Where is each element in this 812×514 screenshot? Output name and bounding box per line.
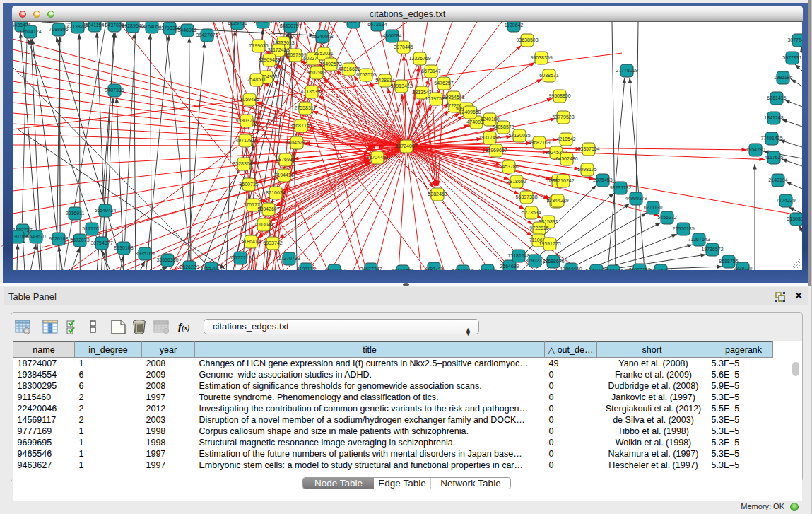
svg-text:93638503: 93638503 [516,37,538,42]
svg-text:6933742: 6933742 [263,240,282,245]
svg-text:99508850: 99508850 [548,93,570,98]
svg-text:19289546: 19289546 [122,23,143,28]
svg-text:4191175: 4191175 [297,267,316,270]
svg-text:31172421: 31172421 [268,47,290,52]
svg-text:5041154: 5041154 [86,23,105,28]
svg-text:53779528: 53779528 [552,115,574,119]
svg-text:6543670: 6543670 [26,234,45,239]
svg-text:18724007: 18724007 [395,144,417,148]
svg-text:72409658: 72409658 [459,110,481,115]
svg-text:26240908: 26240908 [311,34,333,39]
svg-text:2264748: 2264748 [424,266,443,270]
svg-text:5446912: 5446912 [177,28,196,33]
svg-text:6573147: 6573147 [421,69,440,74]
svg-text:6752576: 6752576 [356,72,375,77]
svg-text:5453786: 5453786 [499,164,518,169]
svg-text:9487336: 9487336 [105,88,124,93]
svg-text:3253031: 3253031 [314,51,333,56]
svg-text:99038359: 99038359 [530,55,552,60]
svg-text:35556386: 35556386 [156,257,178,262]
svg-text:5273534: 5273534 [522,210,541,215]
svg-text:1841248: 1841248 [764,115,783,120]
svg-text:97225156: 97225156 [252,22,273,24]
svg-text:7199635: 7199635 [249,43,268,48]
svg-text:49682169: 49682169 [528,140,550,145]
svg-text:34627347: 34627347 [360,267,382,270]
svg-text:81969657: 81969657 [485,148,507,153]
svg-text:3970445: 3970445 [394,45,413,49]
svg-text:1981186: 1981186 [774,75,793,80]
svg-text:3500715: 3500715 [239,182,258,187]
svg-text:8935169: 8935169 [135,251,154,256]
svg-text:2016911: 2016911 [66,211,85,216]
svg-text:17270733: 17270733 [278,256,300,261]
svg-text:5171761: 5171761 [82,226,101,231]
svg-text:5672073: 5672073 [70,238,89,243]
svg-text:72092888: 72092888 [392,269,413,270]
svg-text:7550190: 7550190 [604,269,623,270]
svg-text:17869910: 17869910 [560,267,582,270]
svg-text:2876932: 2876932 [276,157,295,162]
svg-text:82909480: 82909480 [258,57,280,62]
svg-text:1954280: 1954280 [746,147,765,152]
svg-text:4240180: 4240180 [480,117,499,122]
svg-text:2626229: 2626229 [180,264,199,269]
svg-text:6261415: 6261415 [767,95,786,100]
svg-text:2375453: 2375453 [593,177,612,182]
svg-text:65177213: 65177213 [229,255,251,260]
svg-text:33357554: 33357554 [577,146,599,151]
svg-text:38427073: 38427073 [196,33,218,37]
svg-text:44999379: 44999379 [625,196,647,201]
svg-text:30776478: 30776478 [787,37,802,42]
svg-text:7003042: 7003042 [254,222,273,227]
svg-text:19391725: 19391725 [539,241,560,246]
svg-text:9626108: 9626108 [49,236,68,241]
svg-text:6229731: 6229731 [228,22,247,25]
svg-text:98231132: 98231132 [610,185,632,190]
svg-text:5130808: 5130808 [787,216,802,221]
svg-text:58942697: 58942697 [257,206,279,211]
svg-text:77491435: 77491435 [760,136,782,141]
svg-text:12614124: 12614124 [19,29,41,34]
svg-text:56397338: 56397338 [515,194,537,199]
svg-text:8210624: 8210624 [266,190,285,195]
svg-text:75181648: 75181648 [507,253,529,258]
svg-text:2229110: 2229110 [734,266,753,270]
svg-text:5382463: 5382463 [428,192,447,197]
svg-text:3607983: 3607983 [307,70,326,75]
svg-text:1848731: 1848731 [478,268,497,270]
svg-text:6098175: 6098175 [577,167,596,172]
svg-text:4117625: 4117625 [765,155,784,160]
svg-text:8930103: 8930103 [114,245,133,250]
svg-text:28814949: 28814949 [323,268,345,270]
svg-text:7194416: 7194416 [274,173,293,177]
svg-text:25492573: 25492573 [319,62,341,66]
svg-text:27778019: 27778019 [616,68,637,73]
svg-text:85283645: 85283645 [233,161,254,166]
svg-text:13326769: 13326769 [408,56,430,61]
svg-text:66775103: 66775103 [649,268,671,270]
svg-text:87844239: 87844239 [546,198,568,203]
svg-text:4218542: 4218542 [556,136,575,141]
svg-text:83863413: 83863413 [452,269,473,270]
svg-text:19317495: 19317495 [478,135,500,140]
svg-text:6271130: 6271130 [644,205,663,210]
svg-text:2130789: 2130789 [13,234,28,239]
svg-text:27566185: 27566185 [672,226,694,231]
svg-text:6038571: 6038571 [539,73,558,78]
svg-text:38210242: 38210242 [552,178,574,183]
svg-text:55540424: 55540424 [94,208,116,213]
svg-text:57130035: 57130035 [508,133,530,138]
svg-text:4971793: 4971793 [235,138,254,143]
svg-text:7089806: 7089806 [49,27,68,32]
svg-text:2813543: 2813543 [412,90,431,95]
svg-text:5977931: 5977931 [782,55,801,60]
svg-text:27558317: 27558317 [294,105,316,110]
svg-text:2564689: 2564689 [500,264,519,269]
svg-text:64502486: 64502486 [555,156,577,161]
svg-text:38754377: 38754377 [90,240,112,245]
svg-text:5456272: 5456272 [657,215,676,220]
svg-text:4769795: 4769795 [343,22,363,24]
svg-text:47816686: 47816686 [338,66,360,71]
svg-text:2548511: 2548511 [247,77,266,82]
